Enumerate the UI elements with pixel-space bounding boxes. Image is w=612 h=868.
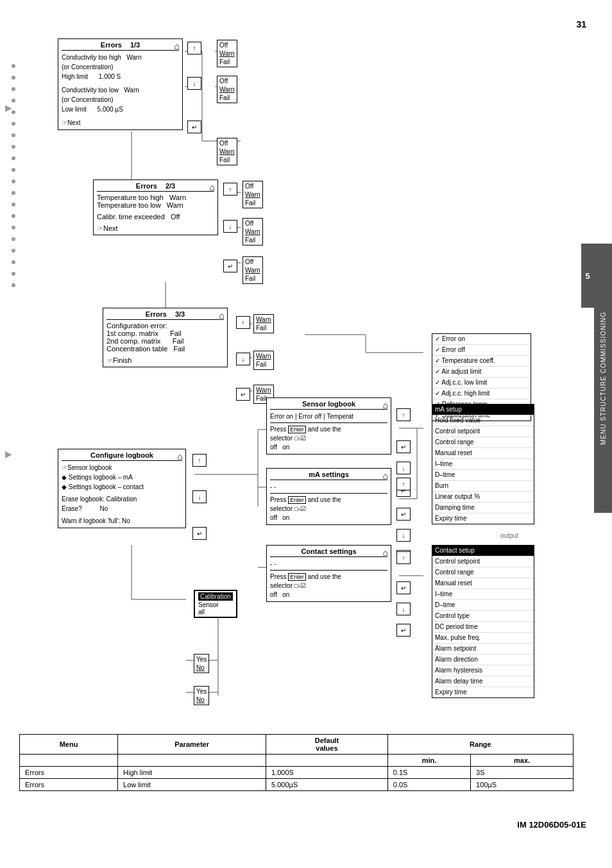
nav-down-2[interactable]: ↓ xyxy=(223,220,237,233)
contact-setup-panel: Contact setup Control setpoint Control r… xyxy=(432,545,534,698)
ma-setup-item-0[interactable]: mA setup xyxy=(432,405,534,415)
contact-setup-item-13[interactable]: Expiry time xyxy=(432,687,534,697)
nav-enter-ma[interactable]: ↵ xyxy=(396,508,411,521)
nav-enter-clog[interactable]: ↵ xyxy=(192,527,207,540)
config-log-content: ☞Sensor logbook ◆ Settings logbook – mA … xyxy=(62,463,182,526)
contact-setup-item-4[interactable]: I–time xyxy=(432,589,534,600)
contact-setup-item-7[interactable]: DC period time xyxy=(432,622,534,633)
errors3-finish[interactable]: ☞Finish xyxy=(106,356,224,365)
cell-min-2: 0.0S xyxy=(387,779,470,791)
yes-no-1: YesNo xyxy=(194,654,209,673)
contact-setup-item-10[interactable]: Alarm direction xyxy=(432,655,534,665)
col-default: Defaultvalues xyxy=(266,735,388,755)
output-label: output xyxy=(500,532,518,539)
arrow-left-2: ▶ xyxy=(5,449,12,459)
nav-enter2-cs[interactable]: ↵ xyxy=(396,624,411,637)
errors2-page: 2/3 xyxy=(166,182,175,190)
ma-setup-item-4[interactable]: Manual reset xyxy=(432,448,534,459)
errors3-title: Errors xyxy=(146,310,167,318)
ma-settings-box: mA settings ⌂ - - Press Enter and use th… xyxy=(266,468,391,525)
contact-setup-item-1[interactable]: Control setpoint xyxy=(432,556,534,567)
nav-down-cs[interactable]: ↓ xyxy=(396,603,411,615)
sensor-log-instruction: Press Enter and use the selector □-☑ off… xyxy=(270,425,387,452)
error-config-item-3[interactable]: Temperature coeff. xyxy=(432,356,531,367)
ma-setup-item-10[interactable]: Expiry time xyxy=(432,513,534,524)
ma-setup-item-1[interactable]: Hold fixed value xyxy=(432,415,534,426)
error-config-item-4[interactable]: Air adjust limit xyxy=(432,367,531,378)
cell-menu-1: Errors xyxy=(20,767,118,779)
opt-e2-2: OffWarnFail xyxy=(242,218,263,246)
sidebar-label: MENU STRUCTURE COMMISSIONING xyxy=(594,244,612,513)
ma-setup-item-8[interactable]: Linear output % xyxy=(432,492,534,503)
opt-e2-1: OffWarnFail xyxy=(242,181,263,208)
errors3-content: Configuration error: 1st comp. matrix Fa… xyxy=(106,322,224,365)
nav-up-3[interactable]: ↑ xyxy=(236,316,250,329)
arrow-left-1: ▶ xyxy=(5,103,12,113)
error-config-item-1[interactable]: Error on xyxy=(432,334,531,345)
errors-1-3-box: Errors 1/3 ⌂ Conductivity too high Warn … xyxy=(58,38,183,130)
ma-setup-item-2[interactable]: Control setpoint xyxy=(432,426,534,437)
contact-settings-box: Contact settings ⌂ - - Press Enter and u… xyxy=(266,545,391,602)
errors1-next[interactable]: ☞Next xyxy=(62,118,179,128)
opt-e1-1: OffWarnFail xyxy=(217,40,237,67)
nav-up-slog[interactable]: ↑ xyxy=(396,408,411,421)
nav-down-slog[interactable]: ↓ xyxy=(396,462,411,474)
contact-setup-item-0[interactable]: Contact setup xyxy=(432,546,534,556)
contact-setup-item-2[interactable]: Control range xyxy=(432,567,534,578)
table-row: Errors Low limit 5.000µS 0.0S 100µS xyxy=(20,779,574,791)
errors2-next[interactable]: ☞Next xyxy=(97,224,214,233)
error-config-item-5[interactable]: Adj.c.c. low limit xyxy=(432,378,531,388)
contact-setup-item-9[interactable]: Alarm setpoint xyxy=(432,644,534,655)
contact-setup-item-12[interactable]: Alarm delay time xyxy=(432,676,534,687)
calib-sensor: Sensor xyxy=(198,601,233,608)
ma-settings-content: - - xyxy=(270,482,387,494)
cell-param-2: Low limit xyxy=(118,779,266,791)
cell-menu-2: Errors xyxy=(20,779,118,791)
configure-logbook-box: Configure logbook ⌂ ☞Sensor logbook ◆ Se… xyxy=(58,449,186,528)
nav-up-ma[interactable]: ↑ xyxy=(396,478,411,490)
ma-setup-item-5[interactable]: I–time xyxy=(432,459,534,470)
col-max: max. xyxy=(471,755,574,767)
contact-setup-item-5[interactable]: D–time xyxy=(432,600,534,611)
nav-up-cs[interactable]: ↑ xyxy=(396,551,411,564)
sensor-log-title: Sensor logbook xyxy=(302,400,355,408)
nav-up-2[interactable]: ↑ xyxy=(223,183,237,196)
nav-down-clog[interactable]: ↓ xyxy=(192,490,207,503)
sensor-logbook-box: Sensor logbook ⌂ Error on | Error off | … xyxy=(266,397,391,455)
ma-setup-item-3[interactable]: Control range xyxy=(432,437,534,448)
sidebar-number: 5 xyxy=(581,244,594,308)
opt-e3-2: WarnFail xyxy=(253,351,274,370)
ma-setup-item-6[interactable]: D–time xyxy=(432,470,534,481)
cell-max-2: 100µS xyxy=(471,779,574,791)
nav-down-ma[interactable]: ↓ xyxy=(396,529,411,542)
error-config-item-6[interactable]: Adj.c.c. high limit xyxy=(432,388,531,399)
nav-down-1[interactable]: ↓ xyxy=(187,77,201,90)
contact-setup-item-6[interactable]: Control type xyxy=(432,611,534,622)
col-param2 xyxy=(118,755,266,767)
contact-setup-item-8[interactable]: Max. pulse freq. xyxy=(432,633,534,644)
contact-setup-item-3[interactable]: Manual reset xyxy=(432,578,534,589)
error-config-item-2[interactable]: Error off xyxy=(432,345,531,356)
ma-settings-instruction: Press Enter and use the selector □-☑ off… xyxy=(270,496,387,522)
nav-enter-1[interactable]: ↵ xyxy=(187,121,201,133)
cell-min-1: 0.1S xyxy=(387,767,470,779)
sensor-log-content: Error on | Error off | Temperat xyxy=(270,412,387,423)
contact-setup-item-11[interactable]: Alarm hysteresis xyxy=(432,665,534,676)
contact-settings-title: Contact settings xyxy=(301,547,356,555)
ma-setup-item-7[interactable]: Burn xyxy=(432,481,534,492)
nav-down-3[interactable]: ↓ xyxy=(236,353,250,365)
nav-up-clog[interactable]: ↑ xyxy=(192,454,207,467)
cell-default-1: 1.000S xyxy=(266,767,388,779)
nav-enter-cs[interactable]: ↵ xyxy=(396,581,411,594)
errors-3-3-box: Errors 3/3 ⌂ Configuration error: 1st co… xyxy=(103,308,228,367)
nav-enter-2[interactable]: ↵ xyxy=(223,260,237,272)
nav-up-1[interactable]: ↑ xyxy=(187,42,201,54)
home-icon-3: ⌂ xyxy=(219,310,225,321)
home-icon-2: ⌂ xyxy=(210,182,215,192)
cell-param-1: High limit xyxy=(118,767,266,779)
opt-e1-2: OffWarnFail xyxy=(217,76,237,103)
nav-enter-slog[interactable]: ↵ xyxy=(396,440,411,453)
home-icon-4: ⌂ xyxy=(178,451,183,462)
ma-setup-item-9[interactable]: Damping time xyxy=(432,503,534,513)
nav-enter-3[interactable]: ↵ xyxy=(236,388,250,401)
